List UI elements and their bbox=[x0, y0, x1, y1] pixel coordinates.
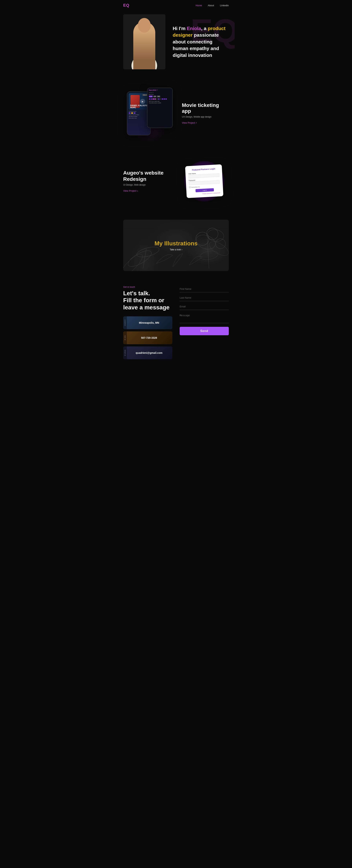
movie-track-3: ADS starts at 6:45pm bbox=[129, 116, 149, 117]
time-slot-1[interactable]: 11:16 bbox=[149, 96, 153, 97]
movie-track-4: Movie starts at 7pm bbox=[129, 118, 149, 119]
contact-email-card: Email at quadrieni@gmail.com bbox=[123, 346, 172, 359]
login-remember-row: Remember me bbox=[189, 185, 220, 188]
movie-runtime: 2h 11m | ★ bbox=[149, 92, 171, 93]
svg-point-6 bbox=[141, 44, 142, 45]
contact-cards: Location Minneapolis, MN Call at 507-720… bbox=[123, 316, 172, 359]
message-field bbox=[180, 312, 229, 323]
seat-1[interactable] bbox=[149, 98, 150, 100]
seat-2[interactable] bbox=[151, 98, 152, 100]
login-card: Featured Partners Login User Name Passwo… bbox=[185, 164, 223, 198]
svg-text:E: E bbox=[145, 59, 148, 64]
email-value: quadrieni@gmail.com bbox=[123, 349, 172, 356]
illustrations-title: My Illustrations bbox=[155, 240, 198, 247]
chip-2: ● bbox=[131, 113, 133, 114]
seat-5-taken bbox=[156, 98, 158, 100]
login-username-field: User Name bbox=[189, 172, 219, 179]
cinema-name: AMC Cherry | Apple valley bbox=[149, 101, 171, 102]
movie-mockup: DANIEL KALUUYA NOPE ▶ TRAILER Track Movi… bbox=[123, 88, 174, 139]
hero-name: Eniola bbox=[187, 26, 201, 31]
chip-1: ● bbox=[129, 113, 131, 114]
hero-content: Hi I'm Eniola, a productdesigner passion… bbox=[165, 25, 229, 59]
call-value: 507-720-3328 bbox=[123, 334, 172, 341]
message-input[interactable] bbox=[180, 312, 229, 323]
movie-project-info: Movie ticketing app UX Design, Mobile ap… bbox=[182, 102, 229, 125]
seat-6[interactable] bbox=[158, 98, 160, 100]
contact-form: Send bbox=[180, 286, 229, 359]
email-input[interactable] bbox=[180, 303, 229, 310]
contact-section: Get in touch Let's talk.Fill the form or… bbox=[117, 278, 235, 370]
send-button[interactable]: Send bbox=[180, 327, 229, 335]
movie-poster-label: DANIEL KALUUYA NOPE bbox=[130, 104, 148, 108]
first-name-input[interactable] bbox=[180, 286, 229, 292]
login-forgot-link[interactable]: Forgot username or password? bbox=[189, 192, 220, 195]
seat-8[interactable] bbox=[162, 98, 163, 100]
illustrations-section: My Illustrations Take a look bbox=[123, 220, 229, 271]
movie-project-section: DANIEL KALUUYA NOPE ▶ TRAILER Track Movi… bbox=[117, 77, 235, 150]
location-value: Minneapolis, MN bbox=[123, 319, 172, 327]
augeo-project-title: Augeo's website Redesign bbox=[123, 170, 172, 182]
seat-7-taken bbox=[160, 98, 161, 100]
svg-rect-5 bbox=[135, 36, 153, 41]
nav-link-linkedin[interactable]: Linkedin bbox=[220, 4, 229, 7]
contact-location-card: Location Minneapolis, MN bbox=[123, 316, 172, 329]
phone-mockup-2: Nope (2022) ♡ 2h 11m | ★ Movie times 11:… bbox=[147, 88, 173, 128]
augeo-mockup: Featured Partners Login User Name Passwo… bbox=[180, 157, 229, 205]
hero-highlight2: designer bbox=[173, 32, 192, 38]
augeo-view-project-link[interactable]: View Project bbox=[123, 189, 138, 192]
login-remember-checkbox[interactable] bbox=[189, 187, 190, 188]
svg-rect-0 bbox=[123, 14, 165, 69]
get-in-touch-label: Get in touch bbox=[123, 286, 172, 288]
login-button[interactable]: Log in bbox=[195, 188, 214, 192]
login-password-field: Password bbox=[189, 178, 220, 185]
movie-list-header: Nope (2022) ♡ bbox=[149, 90, 171, 91]
svg-point-1 bbox=[131, 55, 157, 69]
augeo-project-subtitle: UI Design, Web design bbox=[123, 184, 172, 186]
nav-link-home[interactable]: Home bbox=[196, 4, 202, 7]
nav-links: Home About Linkedin bbox=[196, 4, 229, 7]
movie-track-1: Track Movie status bbox=[129, 111, 149, 112]
last-name-input[interactable] bbox=[180, 294, 229, 301]
phone-screen-2: Nope (2022) ♡ 2h 11m | ★ Movie times 11:… bbox=[148, 88, 172, 128]
movie-project-subtitle: UX Design, Mobile app design bbox=[182, 116, 229, 118]
seat-10[interactable] bbox=[165, 98, 167, 100]
svg-point-9 bbox=[134, 48, 142, 54]
movie-view-project-link[interactable]: View Project bbox=[182, 121, 197, 124]
seat-3-selected[interactable] bbox=[153, 98, 154, 100]
nav-link-about[interactable]: About bbox=[208, 4, 214, 7]
person-photo: E bbox=[123, 14, 165, 69]
movie-track-2: Clean up starts at 6:39pm bbox=[129, 114, 149, 115]
hero-highlight1: product bbox=[208, 26, 225, 31]
seat-9[interactable] bbox=[163, 98, 165, 100]
hero-separator: , a bbox=[201, 26, 208, 31]
svg-point-7 bbox=[146, 44, 148, 45]
svg-point-3 bbox=[136, 35, 153, 56]
hero-section: E EQ Hi I'm Eniola, a productdesigner pa… bbox=[117, 11, 235, 77]
theater-label: Movie times bbox=[149, 94, 171, 95]
svg-rect-2 bbox=[141, 49, 147, 57]
movie-title-text: NOPE bbox=[130, 106, 148, 108]
augeo-project-section: Augeo's website Redesign UI Design, Web … bbox=[117, 150, 235, 216]
movie-chip-row: ● ● ● bbox=[129, 113, 149, 114]
cinema-accessibility: Accessibility devices available bbox=[149, 102, 171, 103]
hero-image: E bbox=[123, 14, 165, 69]
login-card-title: Featured Partners Login bbox=[188, 167, 219, 171]
augeo-project-info: Augeo's website Redesign UI Design, Web … bbox=[123, 170, 172, 192]
login-remember-label: Remember me bbox=[191, 186, 200, 188]
person-svg: E bbox=[123, 14, 165, 69]
navigation: EQ Home About Linkedin bbox=[117, 0, 235, 11]
illustrations-link[interactable]: Take a look bbox=[170, 248, 183, 251]
contact-call-card: Call at 507-720-3328 bbox=[123, 331, 172, 344]
movie-project-title: Movie ticketing app bbox=[182, 102, 229, 114]
seat-4-selected[interactable] bbox=[154, 98, 156, 100]
time-slot-2[interactable]: 1:45 bbox=[153, 96, 157, 97]
contact-title: Let's talk.Fill the form or leave a mess… bbox=[123, 290, 172, 311]
movie-poster: DANIEL KALUUYA NOPE ▶ TRAILER bbox=[129, 93, 149, 110]
chip-3: ● bbox=[134, 113, 135, 114]
time-slot-3[interactable]: 3:50 bbox=[157, 96, 160, 97]
time-slots: 11:16 1:45 3:50 bbox=[149, 96, 171, 97]
illustrations-content: My Illustrations Take a look bbox=[123, 220, 229, 271]
play-button[interactable]: ▶ bbox=[140, 99, 145, 104]
svg-point-4 bbox=[135, 32, 153, 44]
email-field bbox=[180, 303, 229, 310]
